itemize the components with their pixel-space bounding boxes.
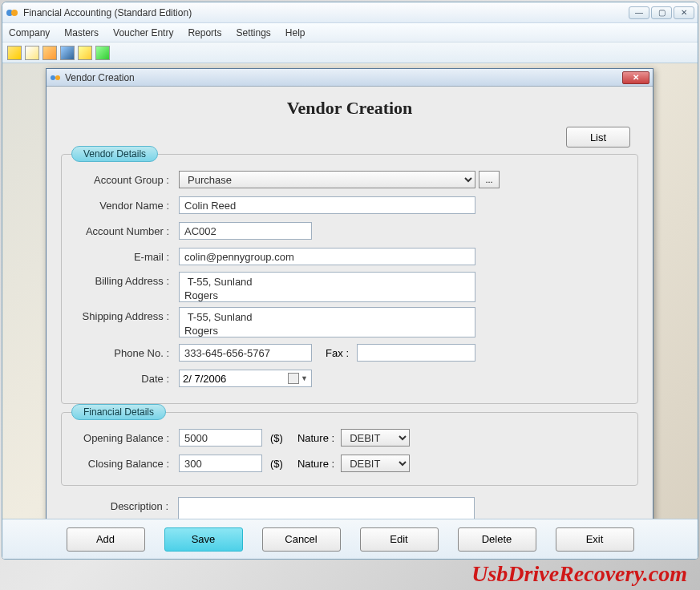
email-input[interactable] xyxy=(179,248,475,265)
menubar: Company Masters Voucher Entry Reports Se… xyxy=(2,23,698,42)
opening-nature-select[interactable]: DEBIT xyxy=(341,429,410,447)
chevron-down-icon[interactable]: ▼ xyxy=(301,374,308,382)
vendor-creation-dialog: Vendor Creation ✕ Vendor Creation List V… xyxy=(46,68,653,523)
fax-label: Fax : xyxy=(312,347,357,359)
vendor-details-fieldset: Vendor Details Account Group : Purchase … xyxy=(61,154,638,404)
account-number-input[interactable] xyxy=(179,222,312,240)
account-group-browse-button[interactable]: ... xyxy=(479,171,500,188)
list-button[interactable]: List xyxy=(566,127,630,148)
opening-nature-label: Nature : xyxy=(297,432,341,444)
vendor-name-label: Vendor Name : xyxy=(75,200,179,212)
toolbar-icon-4[interactable] xyxy=(60,46,75,60)
menu-reports[interactable]: Reports xyxy=(188,27,221,38)
watermark: UsbDriveRecovery.com xyxy=(471,561,687,587)
menu-help[interactable]: Help xyxy=(285,27,305,38)
phone-label: Phone No. : xyxy=(75,347,179,359)
action-buttons-bar: Add Save Cancel Edit Delete Exit xyxy=(2,519,698,559)
dialog-close-button[interactable]: ✕ xyxy=(622,71,649,84)
closing-nature-label: Nature : xyxy=(297,458,341,470)
closing-currency-label: ($) xyxy=(262,458,297,470)
app-window: Financial Accounting (Standard Edition) … xyxy=(2,2,698,560)
closing-balance-label: Closing Balance : xyxy=(75,458,179,470)
shipping-address-input[interactable]: T-55, Sunland Rogers xyxy=(179,307,475,337)
calendar-icon[interactable] xyxy=(288,373,299,384)
toolbar xyxy=(2,42,698,63)
closing-balance-input[interactable] xyxy=(179,455,262,472)
toolbar-icon-3[interactable] xyxy=(42,46,57,60)
dialog-icon xyxy=(50,72,61,83)
financial-details-legend: Financial Details xyxy=(71,404,166,420)
vendor-name-input[interactable] xyxy=(179,196,475,214)
account-number-label: Account Number : xyxy=(75,225,179,237)
toolbar-icon-1[interactable] xyxy=(7,46,22,60)
date-label: Date : xyxy=(75,373,179,385)
billing-address-label: Billing Address : xyxy=(75,272,179,287)
add-button[interactable]: Add xyxy=(67,527,145,552)
cancel-button[interactable]: Cancel xyxy=(262,527,341,552)
fax-input[interactable] xyxy=(357,344,475,362)
menu-masters[interactable]: Masters xyxy=(64,27,99,38)
maximize-button[interactable]: ▢ xyxy=(651,6,672,19)
dialog-titlebar: Vendor Creation ✕ xyxy=(47,69,653,87)
vendor-details-legend: Vendor Details xyxy=(71,146,158,162)
svg-point-3 xyxy=(55,75,60,80)
opening-balance-input[interactable] xyxy=(179,429,262,447)
toolbar-icon-6[interactable] xyxy=(95,46,110,60)
billing-address-input[interactable]: T-55, Sunland Rogers xyxy=(179,272,475,302)
account-group-label: Account Group : xyxy=(75,174,179,186)
menu-settings[interactable]: Settings xyxy=(236,27,270,38)
shipping-address-label: Shipping Address : xyxy=(75,307,179,322)
svg-point-2 xyxy=(51,75,55,80)
app-icon xyxy=(6,6,18,19)
minimize-button[interactable]: — xyxy=(629,6,649,19)
date-value: 2/ 7/2006 xyxy=(183,373,226,385)
toolbar-icon-2[interactable] xyxy=(25,46,39,60)
email-label: E-mail : xyxy=(75,251,179,263)
svg-point-1 xyxy=(11,10,18,16)
window-controls: — ▢ ✕ xyxy=(629,6,694,19)
phone-input[interactable] xyxy=(179,344,312,362)
description-label: Description : xyxy=(74,497,178,512)
closing-nature-select[interactable]: DEBIT xyxy=(341,455,410,472)
dialog-title: Vendor Creation xyxy=(65,72,622,83)
workspace: Vendor Creation ✕ Vendor Creation List V… xyxy=(2,63,698,559)
account-group-select[interactable]: Purchase xyxy=(179,171,475,188)
date-picker[interactable]: 2/ 7/2006 ▼ xyxy=(179,370,312,387)
app-title: Financial Accounting (Standard Edition) xyxy=(23,7,629,18)
toolbar-icon-5[interactable] xyxy=(78,46,92,60)
menu-company[interactable]: Company xyxy=(9,27,50,38)
opening-currency-label: ($) xyxy=(262,432,297,444)
dialog-heading: Vendor Creation xyxy=(47,87,653,127)
close-app-button[interactable]: ✕ xyxy=(674,6,694,19)
opening-balance-label: Opening Balance : xyxy=(75,432,179,444)
menu-voucher-entry[interactable]: Voucher Entry xyxy=(113,27,173,38)
exit-button[interactable]: Exit xyxy=(556,527,634,552)
edit-button[interactable]: Edit xyxy=(360,527,439,552)
titlebar: Financial Accounting (Standard Edition) … xyxy=(2,2,698,23)
delete-button[interactable]: Delete xyxy=(458,527,536,552)
financial-details-fieldset: Financial Details Opening Balance : ($) … xyxy=(61,412,638,486)
save-button[interactable]: Save xyxy=(164,527,243,552)
